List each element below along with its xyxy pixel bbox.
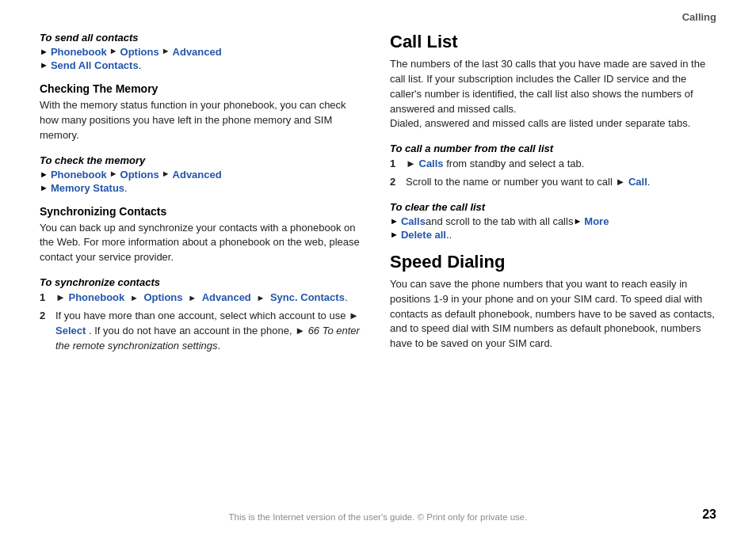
to-sync-title: To synchronize contacts <box>40 276 366 288</box>
nav-link: Calls <box>419 158 444 169</box>
nav-link: Phonebook <box>69 291 125 303</box>
call-step2: 2 Scroll to the name or number you want … <box>390 175 716 190</box>
nav-link: Phonebook <box>51 169 107 181</box>
page-ref-icon: ► <box>295 325 305 336</box>
nav-link: Sync. Contacts <box>270 291 345 303</box>
left-column: To send all contacts ► Phonebook ► Optio… <box>40 32 366 364</box>
checking-memory-title: Checking The Memory <box>40 82 366 95</box>
nav-link: Send All Contacts <box>51 59 139 71</box>
send-contacts-title: To send all contacts <box>40 32 366 44</box>
nav-link: Phonebook <box>51 46 107 58</box>
nav-link: Advanced <box>173 46 222 58</box>
to-sync-section: To synchronize contacts 1 ► Phonebook ► … <box>40 276 366 353</box>
arrow-icon: ► <box>390 216 399 226</box>
nav-link: More <box>584 215 609 227</box>
send-contacts-step2: ► Send All Contacts. <box>40 59 366 71</box>
content-area: To send all contacts ► Phonebook ► Optio… <box>40 32 716 364</box>
sync-contacts-title: Synchronizing Contacts <box>40 205 366 218</box>
right-column: Call List The numbers of the last 30 cal… <box>390 32 716 364</box>
clear-call-list-section: To clear the call list ► Calls and scrol… <box>390 201 716 241</box>
speed-dialing-title: Speed Dialing <box>390 252 716 272</box>
step-number: 2 <box>40 309 49 354</box>
sync-step2: 2 If you have more than one account, sel… <box>40 309 366 354</box>
nav-link: Advanced <box>202 291 251 303</box>
checking-memory-body: With the memory status function in your … <box>40 98 366 143</box>
call-from-list-title: To call a number from the call list <box>390 143 716 154</box>
nav-link: Delete all <box>401 229 446 241</box>
check-memory-title: To check the memory <box>40 154 366 166</box>
nav-link: Advanced <box>173 169 222 181</box>
arrow-icon: ► <box>390 230 399 239</box>
arrow-icon: ► <box>40 183 48 192</box>
page: Calling To send all contacts ► Phonebook… <box>0 0 756 536</box>
arrow-icon: ► <box>406 158 416 169</box>
arrow-icon: ► <box>615 176 625 188</box>
step-number: 1 <box>40 291 49 306</box>
nav-link: Options <box>120 169 159 181</box>
call-step1: 1 ► Calls from standby and select a tab. <box>390 157 716 172</box>
nav-link: Calls <box>401 215 426 227</box>
check-memory-section: To check the memory ► Phonebook ► Option… <box>40 154 366 194</box>
sync-contacts-body: You can back up and synchronize your con… <box>40 221 366 266</box>
call-list-section: Call List The numbers of the last 30 cal… <box>390 32 716 131</box>
page-footer: This is the Internet version of the user… <box>0 512 756 522</box>
clear-call-list-title: To clear the call list <box>390 201 716 213</box>
step-number: 1 <box>390 157 399 172</box>
step-content: If you have more than one account, selec… <box>55 309 366 354</box>
arrow-icon: ► <box>349 310 359 321</box>
step-content: ► Phonebook ► Options ► Advanced ► Sync.… <box>55 291 366 306</box>
step-content: Scroll to the name or number you want to… <box>406 175 716 190</box>
nav-link: Options <box>120 46 159 58</box>
clear-step2: ► Delete all.. <box>390 229 716 241</box>
call-list-body: The numbers of the last 30 calls that yo… <box>390 57 716 131</box>
send-contacts-section: To send all contacts ► Phonebook ► Optio… <box>40 32 366 71</box>
arrow-icon: ► <box>573 216 582 226</box>
call-list-title: Call List <box>390 32 716 52</box>
call-from-list-section: To call a number from the call list 1 ► … <box>390 143 716 190</box>
page-number: 23 <box>702 507 716 522</box>
page-header: Calling <box>682 11 716 23</box>
nav-link: Call <box>628 176 647 188</box>
sync-step1: 1 ► Phonebook ► Options ► Advanced ► Syn… <box>40 291 366 306</box>
clear-step1: ► Calls and scroll to the tab with all c… <box>390 215 716 227</box>
nav-link: Select <box>55 325 86 336</box>
sync-contacts-section: Synchronizing Contacts You can back up a… <box>40 205 366 266</box>
check-memory-step1: ► Phonebook ► Options ► Advanced <box>40 169 366 181</box>
speed-dialing-section: Speed Dialing You can save the phone num… <box>390 252 716 352</box>
step-number: 2 <box>390 175 399 190</box>
arrow-icon: ► <box>55 291 66 303</box>
check-memory-step2: ► Memory Status. <box>40 182 366 194</box>
arrow-icon: ► <box>40 60 48 70</box>
nav-link: Memory Status <box>51 182 124 194</box>
checking-memory-section: Checking The Memory With the memory stat… <box>40 82 366 143</box>
step-content: ► Calls from standby and select a tab. <box>406 157 716 172</box>
nav-link: Options <box>143 291 182 303</box>
arrow-icon: ► <box>40 169 48 179</box>
send-contacts-step1: ► Phonebook ► Options ► Advanced <box>40 46 366 58</box>
speed-dialing-body: You can save the phone numbers that you … <box>390 277 716 352</box>
arrow-icon: ► <box>40 47 48 56</box>
